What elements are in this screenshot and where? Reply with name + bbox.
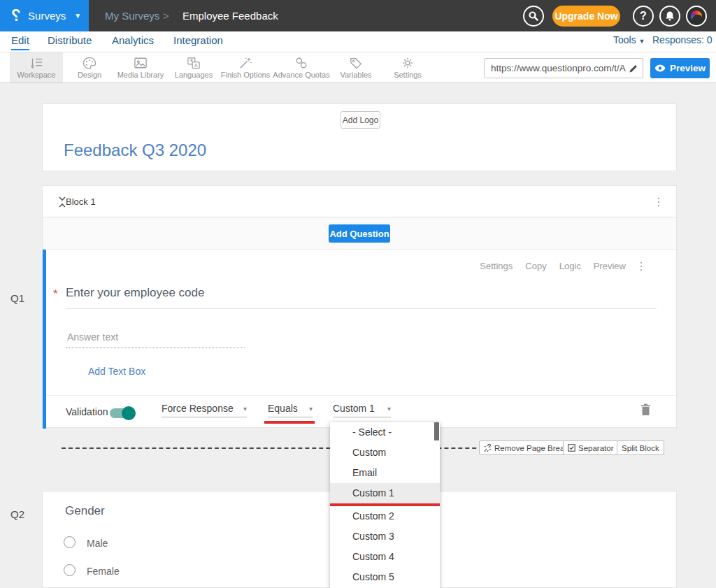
- edit-pencil-icon[interactable]: [629, 64, 638, 73]
- tag-icon: [349, 57, 363, 69]
- tab-integration[interactable]: Integration: [173, 34, 223, 49]
- validation-toggle[interactable]: [110, 408, 134, 418]
- add-logo-button[interactable]: Add Logo: [341, 111, 380, 129]
- help-icon: ?: [640, 10, 647, 22]
- palette-icon: [83, 57, 96, 69]
- chevron-down-icon: ▼: [639, 38, 645, 45]
- validation-field-select[interactable]: Custom 1 ▾: [333, 403, 391, 417]
- toolbar-item-design[interactable]: Design: [69, 52, 110, 83]
- breadcrumb-current: Employee Feedback: [182, 0, 278, 31]
- questionpro-logo-icon: ?: [11, 6, 21, 25]
- question-menu-kebab-icon[interactable]: ⋮: [636, 259, 647, 273]
- image-icon: [134, 57, 148, 69]
- remove-page-break-button[interactable]: Remove Page Break: [479, 440, 573, 455]
- preview-button[interactable]: Preview: [650, 58, 710, 78]
- eye-icon: [654, 64, 666, 72]
- question-title-underline: [66, 308, 657, 309]
- toolbar-item-finish-options[interactable]: Finish Options: [218, 52, 273, 83]
- checkbox-checked-icon: [568, 444, 575, 452]
- breadcrumb-separator: >: [163, 0, 169, 31]
- workspace-icon: [29, 57, 44, 69]
- validation-label: Validation: [66, 406, 108, 417]
- radio-male[interactable]: [64, 536, 76, 548]
- radio-female-label[interactable]: Female: [87, 566, 120, 577]
- question-1-card: Settings Copy Logic Preview ⋮ * Enter yo…: [43, 250, 676, 429]
- product-label: Surveys: [28, 10, 66, 22]
- gear-icon: [401, 57, 415, 69]
- editor-toolbar: Workspace Design Media Library A Languag…: [0, 52, 716, 83]
- toolbar-item-languages[interactable]: A Languages: [172, 52, 215, 83]
- dropdown-option-custom2[interactable]: Custom 2: [330, 506, 440, 526]
- validation-field-dropdown-menu: - Select - Custom Email Custom 1 Custom …: [330, 422, 440, 588]
- links-icon: [294, 57, 308, 69]
- block-menu-kebab-icon[interactable]: ⋮: [653, 195, 664, 208]
- avatar[interactable]: [686, 6, 707, 27]
- dropdown-option-email[interactable]: Email: [330, 463, 440, 483]
- dropdown-option-custom1-selected[interactable]: Custom 1: [330, 483, 440, 503]
- add-text-box-link[interactable]: Add Text Box: [88, 366, 145, 377]
- dropdown-scrollbar[interactable]: [434, 422, 439, 440]
- brand-menu[interactable]: ? Surveys ▼: [0, 0, 89, 31]
- chevron-down-icon: ▾: [387, 405, 391, 413]
- question-2-title[interactable]: Gender: [65, 504, 105, 518]
- bell-icon: [664, 10, 675, 22]
- radio-male-label[interactable]: Male: [87, 538, 108, 549]
- tools-menu[interactable]: Tools ▼: [613, 34, 645, 45]
- breadcrumb-parent[interactable]: My Surveys: [105, 0, 159, 31]
- split-block-button[interactable]: Split Block: [617, 440, 664, 455]
- toolbar-item-variables[interactable]: Variables: [334, 52, 378, 83]
- question-2-label: Q2: [10, 508, 24, 520]
- separator-button[interactable]: Separator: [563, 440, 619, 455]
- question-1-label: Q1: [10, 292, 24, 304]
- operator-highlight-bar: [264, 421, 315, 424]
- required-marker: *: [53, 287, 58, 301]
- responses-count[interactable]: Responses: 0: [652, 34, 713, 45]
- survey-header-card: Add Logo Feedback Q3 2020: [42, 103, 677, 171]
- question-settings-link[interactable]: Settings: [480, 261, 513, 271]
- dropdown-option-custom4[interactable]: Custom 4: [330, 547, 440, 567]
- top-bar: ? Surveys ▼ My Surveys > Employee Feedba…: [0, 0, 716, 31]
- radio-female[interactable]: [64, 564, 76, 576]
- block-card: Block 1 ⋮ Add Question Settings Copy Log…: [42, 185, 677, 428]
- question-logic-link[interactable]: Logic: [559, 261, 581, 271]
- search-button[interactable]: [523, 6, 544, 27]
- dropdown-option-select[interactable]: - Select -: [330, 422, 440, 443]
- operator-select[interactable]: Equals ▾: [268, 403, 313, 417]
- profile-logo-icon: [691, 10, 702, 22]
- wand-icon: [238, 57, 252, 69]
- tab-edit[interactable]: Edit: [11, 34, 29, 50]
- force-response-select[interactable]: Force Response ▾: [162, 403, 247, 417]
- tab-distribute[interactable]: Distribute: [48, 34, 92, 49]
- upgrade-now-button[interactable]: Upgrade Now: [552, 6, 620, 27]
- answer-text-field[interactable]: Answer text: [67, 331, 118, 343]
- survey-title[interactable]: Feedback Q3 2020: [64, 141, 206, 160]
- question-actions: Settings Copy Logic Preview: [480, 261, 626, 271]
- block-header: Block 1 ⋮: [43, 186, 676, 217]
- broken-link-icon: [484, 444, 492, 452]
- delete-validation-trash-icon[interactable]: [640, 403, 651, 416]
- dropdown-option-custom3[interactable]: Custom 3: [330, 526, 440, 547]
- question-title[interactable]: Enter your employee code: [66, 286, 204, 300]
- chevron-down-icon: ▾: [243, 405, 247, 413]
- toolbar-item-workspace[interactable]: Workspace: [10, 52, 63, 83]
- tab-analytics[interactable]: Analytics: [112, 34, 154, 49]
- dropdown-option-custom5[interactable]: Custom 5: [330, 567, 440, 587]
- add-question-button[interactable]: Add Question: [329, 224, 390, 243]
- dropdown-option-custom[interactable]: Custom: [330, 443, 440, 463]
- block-title[interactable]: Block 1: [66, 186, 96, 217]
- toolbar-item-settings[interactable]: Settings: [386, 52, 429, 83]
- toolbar-item-advance-quotas[interactable]: Advance Quotas: [274, 52, 329, 83]
- survey-url-field[interactable]: https://www.questionpro.com/t/A: [484, 58, 643, 78]
- question-copy-link[interactable]: Copy: [525, 261, 546, 271]
- add-question-strip: Add Question: [43, 217, 676, 250]
- validation-divider: [46, 395, 676, 396]
- answer-text-underline: [66, 347, 245, 348]
- survey-url-value: https://www.questionpro.com/t/A: [491, 63, 629, 73]
- question-preview-link[interactable]: Preview: [594, 261, 626, 271]
- chevron-down-icon: ▾: [309, 405, 313, 413]
- help-button[interactable]: ?: [633, 6, 654, 27]
- notifications-button[interactable]: [659, 6, 680, 27]
- toggle-knob: [122, 406, 136, 420]
- search-icon: [528, 10, 539, 22]
- toolbar-item-media-library[interactable]: Media Library: [114, 52, 167, 83]
